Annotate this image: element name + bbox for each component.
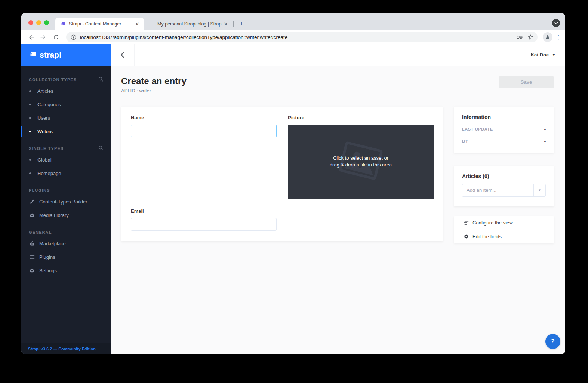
layout-sliders-icon bbox=[463, 220, 469, 226]
sidebar-item-articles[interactable]: Articles bbox=[21, 84, 111, 98]
sidebar-item-label: Marketplace bbox=[39, 241, 66, 246]
section-single-types: SINGLE TYPES Global Homepage bbox=[21, 144, 111, 180]
entry-form-card: Name Picture bbox=[121, 107, 443, 241]
save-button[interactable]: Save bbox=[499, 76, 554, 88]
browser-toolbar: localhost:1337/admin/plugins/content-man… bbox=[21, 30, 565, 44]
api-id-subtitle: API ID : writer bbox=[121, 88, 187, 94]
chevron-down-icon[interactable]: ▼ bbox=[533, 184, 545, 196]
sidebar-item-writers[interactable]: Writers bbox=[21, 125, 111, 138]
edit-fields-link[interactable]: Edit the fields bbox=[454, 230, 554, 243]
information-panel: Information LAST UPDATE - BY - bbox=[454, 107, 554, 153]
reload-button[interactable] bbox=[51, 32, 61, 42]
page-header: Create an entry API ID : writer Save bbox=[121, 76, 554, 94]
paintbrush-icon bbox=[29, 199, 35, 205]
browser-profile-avatar[interactable] bbox=[543, 32, 552, 42]
cloud-upload-icon bbox=[29, 212, 35, 218]
tab-list: Strapi - Content Manager ✕ My personal S… bbox=[55, 13, 246, 30]
password-key-icon[interactable] bbox=[517, 34, 523, 40]
tab-title: My personal Strapi blog | Strap bbox=[157, 21, 223, 27]
section-collection-types: COLLECTION TYPES Articles Categories Use… bbox=[21, 75, 111, 138]
articles-title: Articles (0) bbox=[462, 173, 546, 179]
tab-strapi-content-manager[interactable]: Strapi - Content Manager ✕ bbox=[55, 18, 144, 30]
name-field-label: Name bbox=[131, 115, 277, 120]
email-input[interactable] bbox=[131, 218, 277, 231]
bullet-icon bbox=[29, 131, 31, 132]
strapi-admin-app: strapi COLLECTION TYPES Articles Categor… bbox=[21, 44, 565, 354]
search-icon[interactable] bbox=[98, 76, 103, 83]
chevron-down-icon bbox=[554, 21, 558, 25]
chevron-down-icon: ▼ bbox=[552, 53, 555, 57]
strapi-version-link[interactable]: Strapi v3.6.2 — Community Edition bbox=[21, 343, 111, 354]
email-field-label: Email bbox=[131, 208, 277, 214]
main-area: Kai Doe ▼ Create an entry API ID : write… bbox=[111, 44, 565, 354]
select-placeholder: Add an item... bbox=[462, 187, 533, 193]
configure-view-link[interactable]: Configure the view bbox=[454, 216, 554, 230]
sidebar-item-plugins[interactable]: Plugins bbox=[21, 250, 111, 264]
back-button[interactable] bbox=[26, 32, 36, 42]
by-value: - bbox=[544, 138, 546, 144]
content-area: Create an entry API ID : writer Save Nam… bbox=[111, 66, 565, 354]
browser-window: Strapi - Content Manager ✕ My personal S… bbox=[21, 13, 565, 354]
dropzone-text: Click to select an asset or drag & drop … bbox=[288, 155, 434, 168]
forward-button[interactable] bbox=[39, 32, 48, 42]
user-icon bbox=[545, 34, 551, 40]
section-label: COLLECTION TYPES bbox=[29, 77, 77, 82]
sidebar-item-global[interactable]: Global bbox=[21, 153, 111, 166]
browser-menu-button[interactable]: ⋮ bbox=[555, 34, 562, 40]
sidebar-item-categories[interactable]: Categories bbox=[21, 98, 111, 111]
page-title: Create an entry bbox=[121, 76, 187, 86]
tab-search-button[interactable] bbox=[552, 19, 560, 27]
bullet-icon bbox=[29, 172, 31, 174]
tab-separator bbox=[233, 21, 234, 27]
sidebar-item-label: Settings bbox=[39, 268, 57, 273]
go-back-button[interactable] bbox=[111, 44, 135, 66]
page-info-icon[interactable] bbox=[71, 34, 76, 40]
minimize-window-button[interactable] bbox=[36, 20, 41, 25]
name-field-group: Name bbox=[131, 115, 277, 199]
chevron-left-icon bbox=[120, 52, 124, 58]
new-tab-button[interactable]: + bbox=[237, 19, 246, 29]
address-bar[interactable]: localhost:1337/admin/plugins/content-man… bbox=[66, 32, 538, 42]
last-update-value: - bbox=[544, 126, 546, 132]
sidebar-item-settings[interactable]: Settings bbox=[21, 264, 111, 277]
strapi-favicon-icon bbox=[60, 21, 66, 27]
close-tab-icon[interactable]: ✕ bbox=[223, 21, 229, 27]
sidebar-item-label: Homepage bbox=[37, 171, 61, 176]
last-update-label: LAST UPDATE bbox=[462, 127, 493, 131]
desktop-background: Strapi - Content Manager ✕ My personal S… bbox=[0, 0, 588, 383]
zoom-window-button[interactable] bbox=[44, 20, 49, 25]
entry-layout: Name Picture bbox=[121, 107, 554, 243]
picture-dropzone[interactable]: Click to select an asset or drag & drop … bbox=[288, 125, 434, 199]
sidebar-item-label: Global bbox=[37, 157, 52, 163]
tab-personal-blog[interactable]: My personal Strapi blog | Strap ✕ bbox=[144, 18, 233, 30]
close-tab-icon[interactable]: ✕ bbox=[134, 21, 140, 27]
blog-favicon-icon bbox=[148, 21, 154, 27]
help-button[interactable]: ? bbox=[545, 334, 560, 349]
strapi-logo-text: strapi bbox=[40, 50, 61, 59]
gear-icon bbox=[29, 268, 35, 273]
sidebar-item-label: Plugins bbox=[39, 254, 55, 260]
name-input[interactable] bbox=[131, 125, 277, 137]
last-update-row: LAST UPDATE - bbox=[462, 126, 546, 132]
sidebar-item-content-types-builder[interactable]: Content-Types Builder bbox=[21, 195, 111, 208]
sidebar-item-media-library[interactable]: Media Library bbox=[21, 208, 111, 222]
sidebar-item-marketplace[interactable]: Marketplace bbox=[21, 237, 111, 250]
add-article-select[interactable]: Add an item... ▼ bbox=[462, 184, 546, 197]
section-label: SINGLE TYPES bbox=[29, 146, 64, 151]
strapi-logo[interactable]: strapi bbox=[21, 44, 111, 66]
url-text[interactable]: localhost:1337/admin/plugins/content-man… bbox=[80, 34, 514, 40]
sidebar-navigation: COLLECTION TYPES Articles Categories Use… bbox=[21, 66, 111, 343]
user-menu[interactable]: Kai Doe ▼ bbox=[531, 52, 565, 58]
picture-field-group: Picture Click to select an bbox=[288, 115, 434, 199]
sidebar-item-homepage[interactable]: Homepage bbox=[21, 166, 111, 180]
left-menu-sidebar: strapi COLLECTION TYPES Articles Categor… bbox=[21, 44, 111, 354]
sidebar-item-users[interactable]: Users bbox=[21, 111, 111, 125]
close-window-button[interactable] bbox=[28, 20, 33, 25]
link-label: Edit the fields bbox=[472, 234, 502, 239]
bookmark-star-icon[interactable] bbox=[527, 34, 534, 40]
strapi-logo-icon bbox=[28, 50, 37, 59]
list-icon bbox=[29, 254, 35, 260]
search-icon[interactable] bbox=[98, 145, 103, 152]
reload-icon bbox=[53, 34, 59, 40]
by-label: BY bbox=[462, 139, 468, 143]
